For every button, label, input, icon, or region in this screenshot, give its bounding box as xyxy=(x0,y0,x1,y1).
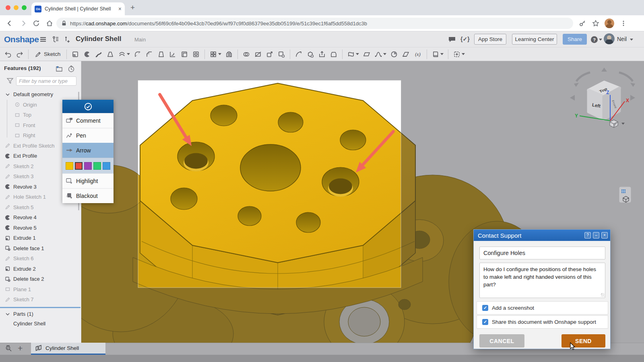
sweep-tool-button[interactable] xyxy=(93,49,104,59)
pattern-tool-button[interactable] xyxy=(208,49,223,59)
caret-down-icon[interactable] xyxy=(356,53,359,55)
browser-menu-kebab-icon[interactable] xyxy=(620,19,627,27)
annotation-tool-comment[interactable]: Comment xyxy=(62,113,114,128)
comments-chat-icon[interactable] xyxy=(448,36,456,43)
macos-minimize-button[interactable] xyxy=(14,5,19,10)
send-button[interactable]: SEND xyxy=(561,334,605,348)
add-screenshot-row[interactable]: ✓ Add a screenshot xyxy=(477,301,608,315)
export-tool-button[interactable] xyxy=(316,49,328,59)
annotation-tool-highlight[interactable]: Highlight xyxy=(62,173,114,188)
filter-funnel-icon[interactable] xyxy=(6,77,14,84)
import-tool-button[interactable] xyxy=(328,49,339,59)
split-tool-button[interactable] xyxy=(252,49,264,59)
feature-filter-input[interactable] xyxy=(16,76,76,86)
subject-input[interactable] xyxy=(479,247,605,259)
annotation-tool-blackout[interactable]: Blackout xyxy=(62,188,114,203)
feature-revolve-5[interactable]: Revolve 5 xyxy=(0,223,80,233)
config-panel-tab[interactable] xyxy=(619,187,631,203)
color-swatch-0[interactable] xyxy=(66,162,73,170)
check-circle-icon[interactable] xyxy=(84,102,93,111)
browser-profile-avatar[interactable] xyxy=(605,19,614,28)
draft-tool-button[interactable] xyxy=(155,49,167,59)
user-avatar[interactable] xyxy=(604,33,615,44)
browser-tab[interactable]: On Cylinder Shell | Cylinder Shell × xyxy=(31,2,125,15)
add-screenshot-checkbox[interactable]: ✓ xyxy=(482,305,488,311)
feature-sketch-5[interactable]: Sketch 5 xyxy=(0,202,80,213)
annotation-tool-pen[interactable]: Pen xyxy=(62,128,114,143)
dialog-close-button[interactable]: × xyxy=(601,232,608,239)
fillet-tool-button[interactable] xyxy=(132,49,143,59)
url-bar[interactable]: https://cad.onshape.com/documents/56f69c… xyxy=(56,18,573,29)
macos-zoom-button[interactable] xyxy=(22,5,27,10)
hole-tool-button[interactable] xyxy=(190,49,202,59)
feature-delete-face-2[interactable]: Delete face 2 xyxy=(0,274,80,284)
variable-tool-button[interactable]: (x) xyxy=(412,49,424,59)
mass-properties-tool-button[interactable] xyxy=(388,49,400,59)
boolean-tool-button[interactable] xyxy=(241,49,252,59)
onshape-logo[interactable]: Onshape xyxy=(4,35,39,44)
caret-down-icon[interactable] xyxy=(218,53,221,55)
document-title[interactable]: Cylinder Shell xyxy=(76,35,121,43)
extrude-tool-button[interactable] xyxy=(70,49,81,59)
caret-down-icon[interactable] xyxy=(440,53,444,55)
feature-sketch-7[interactable]: Sketch 7 xyxy=(0,294,80,305)
color-swatch-4[interactable] xyxy=(103,162,110,170)
learning-center-button[interactable]: Learning Center xyxy=(512,34,557,45)
home-icon[interactable] xyxy=(45,19,54,27)
share-document-checkbox[interactable]: ✓ xyxy=(482,319,488,325)
undo-tool-button[interactable] xyxy=(2,49,14,59)
user-name[interactable]: Neil xyxy=(617,36,627,42)
macos-close-button[interactable] xyxy=(6,5,10,10)
transform-tool-button[interactable] xyxy=(293,49,304,59)
main-menu-icon[interactable] xyxy=(39,35,47,43)
dialog-minimize-button[interactable]: – xyxy=(593,232,599,239)
add-element-tab-button[interactable]: + xyxy=(18,343,23,353)
message-textarea[interactable]: How do I configure the positions of thes… xyxy=(479,263,605,298)
feature-default-geometry[interactable]: Default geometry xyxy=(0,89,80,100)
textarea-resize-grip[interactable] xyxy=(601,293,605,297)
surface-tool-button[interactable] xyxy=(345,49,361,59)
redo-tool-button[interactable] xyxy=(14,49,25,59)
tab-close-icon[interactable]: × xyxy=(118,6,122,12)
reload-icon[interactable] xyxy=(32,19,40,27)
featurescript-tool-button[interactable] xyxy=(430,49,445,59)
new-tab-button[interactable]: + xyxy=(130,3,135,12)
rollback-clock-icon[interactable] xyxy=(68,65,75,72)
revolve-tool-button[interactable] xyxy=(81,49,93,59)
insert-tool-button[interactable] xyxy=(451,49,466,59)
featurescript-check-icon[interactable]: {✓} xyxy=(460,36,470,42)
app-store-button[interactable]: App Store xyxy=(474,34,506,45)
share-button[interactable]: Share xyxy=(563,34,587,45)
workspace-branch-label[interactable]: Main xyxy=(134,37,146,43)
dialog-help-button[interactable]: ? xyxy=(584,232,591,239)
caret-down-icon[interactable] xyxy=(127,53,130,55)
branch-icon[interactable] xyxy=(63,35,71,43)
delete-part-tool-button[interactable] xyxy=(305,49,316,59)
feature-delete-face-1[interactable]: Delete face 1 xyxy=(0,243,80,254)
feature-plane-1[interactable]: Plane 1 xyxy=(0,284,80,295)
chamfer-tool-button[interactable] xyxy=(144,49,155,59)
feature-sketch-6[interactable]: Sketch 6 xyxy=(0,253,80,264)
help-icon[interactable]: ? xyxy=(590,35,599,44)
move-face-tool-button[interactable] xyxy=(264,49,275,59)
partstudio-tab[interactable]: Cylinder Shell xyxy=(31,343,105,355)
annotation-tool-arrow[interactable]: Arrow xyxy=(62,143,114,158)
bookmark-star-icon[interactable] xyxy=(592,19,600,27)
spline-tool-button[interactable] xyxy=(373,49,388,59)
caret-down-icon[interactable] xyxy=(383,53,386,55)
thicken-tool-button[interactable] xyxy=(116,49,132,59)
passwords-key-icon[interactable] xyxy=(578,19,586,27)
share-document-row[interactable]: ✓ Share this document with Onshape suppo… xyxy=(477,315,608,329)
back-icon[interactable] xyxy=(6,19,14,27)
cancel-button[interactable]: CANCEL xyxy=(479,334,524,348)
annotation-popup-header[interactable] xyxy=(62,100,114,113)
feature-revolve-4[interactable]: Revolve 4 xyxy=(0,212,80,223)
feature-extrude-1[interactable]: Extrude 1 xyxy=(0,233,80,243)
loft-tool-button[interactable] xyxy=(105,49,116,59)
parts-section-header[interactable]: Parts (1) xyxy=(0,309,80,319)
sheet-metal-tool-button[interactable] xyxy=(400,49,411,59)
color-swatch-3[interactable] xyxy=(93,162,101,170)
delete-face-tool-button[interactable] xyxy=(276,49,287,59)
forward-icon[interactable] xyxy=(19,19,27,27)
user-menu-caret-icon[interactable] xyxy=(630,39,633,41)
